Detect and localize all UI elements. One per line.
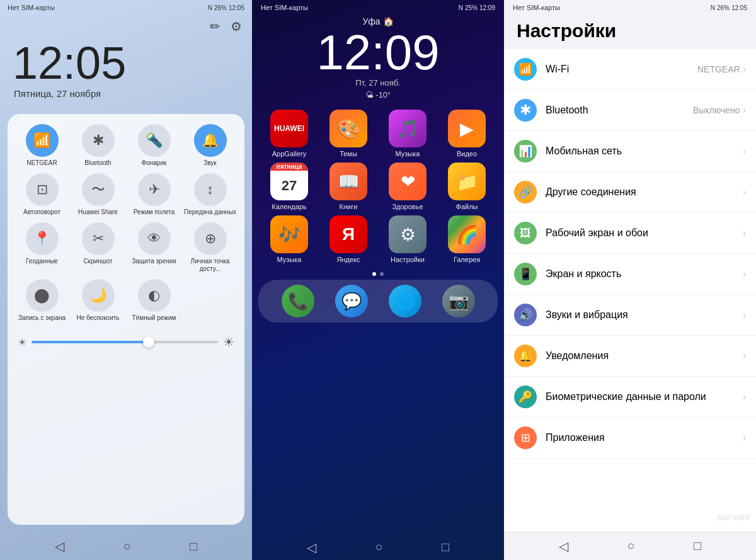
back-button-3[interactable]: ◁ bbox=[559, 539, 568, 554]
dock-messages[interactable]: 💬 bbox=[335, 285, 368, 317]
other-settings-icon: 🔗 bbox=[514, 181, 537, 203]
wifi-settings-value: NETGEAR bbox=[697, 64, 740, 74]
time-status-3: 12:05 bbox=[731, 4, 747, 11]
tile-data[interactable]: ↕ Передача данных bbox=[183, 173, 237, 216]
brightness-high-icon: ☀ bbox=[223, 334, 234, 350]
tile-flashlight[interactable]: 🔦 Фонарик bbox=[127, 124, 181, 167]
settings-item-other[interactable]: 🔗 Другие соединения › bbox=[504, 172, 756, 213]
sound-settings-icon: 🔊 bbox=[514, 304, 537, 326]
app-books[interactable]: 📖 Книги bbox=[321, 163, 375, 210]
home-screen-panel: Нет SIM-карты N 25% 12:09 Уфа 🏠 12:09 Пт… bbox=[252, 0, 504, 560]
settings-item-bluetooth[interactable]: ✱ Bluetooth Выключено › bbox=[504, 90, 756, 131]
tile-geo[interactable]: 📍 Геоданные bbox=[15, 222, 69, 273]
hotspot-tile-icon: ⊕ bbox=[194, 222, 227, 255]
app-files[interactable]: 📁 Файлы bbox=[440, 163, 494, 210]
tile-screenshot[interactable]: ✂ Скриншот bbox=[71, 222, 125, 273]
settings-list: 📶 Wi-Fi NETGEAR › ✱ Bluetooth Выключено … bbox=[504, 49, 756, 532]
settings-item-apps[interactable]: ⊞ Приложения › bbox=[504, 418, 756, 459]
settings-item-bio[interactable]: 🔑 Биометрические данные и пароли › bbox=[504, 377, 756, 418]
settings-item-desktop[interactable]: 🖼 Рабочий экран и обои › bbox=[504, 213, 756, 254]
settings-item-screen[interactable]: 📱 Экран и яркость › bbox=[504, 254, 756, 295]
tile-huawei-share[interactable]: 〜 Huawei Share bbox=[71, 173, 125, 216]
wifi-tile-label: NETGEAR bbox=[26, 159, 57, 167]
app-music[interactable]: 🎵 Музыка bbox=[381, 110, 435, 157]
nav-bar-1: ◁ ○ □ bbox=[0, 532, 252, 560]
nav-bar-3: ◁ ○ □ bbox=[504, 532, 756, 560]
home-button-3[interactable]: ○ bbox=[627, 539, 634, 554]
brightness-slider[interactable] bbox=[32, 341, 218, 343]
recent-button-3[interactable]: □ bbox=[694, 539, 701, 554]
dock-browser[interactable]: 🌐 bbox=[389, 285, 421, 317]
home-button-2[interactable]: ○ bbox=[375, 540, 382, 555]
apps-chevron-icon: › bbox=[743, 432, 746, 443]
video-label: Видео bbox=[457, 150, 477, 157]
other-settings-text: Другие соединения bbox=[546, 186, 743, 198]
settings-item-notif[interactable]: 🔔 Уведомления › bbox=[504, 336, 756, 377]
app-yandex[interactable]: Я Яндекс bbox=[321, 215, 375, 263]
desktop-settings-right: › bbox=[743, 227, 746, 239]
tile-screenrecord[interactable]: ⬤ Запись с экрана bbox=[15, 279, 69, 322]
screen-settings-icon: 📱 bbox=[514, 263, 537, 285]
app-music2[interactable]: 🎶 Музыка bbox=[262, 215, 316, 263]
screen-chevron-icon: › bbox=[743, 268, 746, 280]
bio-settings-right: › bbox=[743, 391, 746, 403]
tile-airplane[interactable]: ✈ Режим полета bbox=[127, 173, 181, 216]
desktop-settings-icon: 🖼 bbox=[514, 222, 537, 244]
dnd-tile-label: Не беспокоить bbox=[76, 314, 119, 322]
dock-camera[interactable]: 📷 bbox=[442, 285, 475, 317]
settings-item-wifi[interactable]: 📶 Wi-Fi NETGEAR › bbox=[504, 49, 756, 90]
tile-bluetooth[interactable]: ✱ Bluetooth bbox=[71, 124, 125, 167]
back-button-1[interactable]: ◁ bbox=[55, 539, 64, 554]
back-button-2[interactable]: ◁ bbox=[307, 540, 316, 555]
tile-rotate[interactable]: ⊡ Автоповорот bbox=[15, 173, 69, 216]
app-themes[interactable]: 🎨 Темы bbox=[321, 110, 375, 157]
appgallery-icon: HUAWEI bbox=[270, 110, 308, 147]
notif-chevron-icon: › bbox=[743, 350, 746, 362]
brightness-thumb[interactable] bbox=[143, 336, 154, 348]
app-video[interactable]: ▶ Видео bbox=[440, 110, 494, 157]
data-tile-icon: ↕ bbox=[194, 173, 227, 206]
dock-phone[interactable]: 📞 bbox=[282, 285, 314, 317]
recent-button-2[interactable]: □ bbox=[442, 540, 449, 555]
screenshot-tile-icon: ✂ bbox=[82, 222, 115, 255]
app-health[interactable]: ❤ Здоровье bbox=[381, 163, 435, 210]
quick-tiles-grid: 📶 NETGEAR ✱ Bluetooth 🔦 Фонарик 🔔 Звук ⊡… bbox=[15, 124, 237, 322]
music-label: Музыка bbox=[396, 150, 420, 157]
settings-item-sound[interactable]: 🔊 Звуки и вибрация › bbox=[504, 295, 756, 336]
music2-label: Музыка bbox=[277, 256, 302, 263]
screen-settings-text: Экран и яркость bbox=[546, 268, 743, 280]
gallery-label: Галерея bbox=[454, 256, 480, 263]
other-settings-label: Другие соединения bbox=[546, 186, 636, 197]
nav-bar-2: ◁ ○ □ bbox=[252, 535, 504, 560]
calendar-icon: пятница 27 bbox=[270, 163, 308, 200]
themes-icon: 🎨 bbox=[329, 110, 367, 147]
dock: 📞 💬 🌐 📷 bbox=[258, 280, 498, 323]
tile-darkmode[interactable]: ◐ Тёмный режим bbox=[127, 279, 181, 322]
desktop-settings-label: Рабочий экран и обои bbox=[546, 227, 648, 238]
app-settings[interactable]: ⚙ Настройки bbox=[381, 215, 435, 263]
tile-hotspot[interactable]: ⊕ Личная точка досту... bbox=[183, 222, 237, 273]
share-tile-icon: 〜 bbox=[82, 173, 115, 206]
tile-wifi[interactable]: 📶 NETGEAR bbox=[15, 124, 69, 167]
wifi-settings-text: Wi-Fi bbox=[546, 64, 697, 75]
airplane-tile-label: Режим полета bbox=[134, 209, 175, 216]
tile-dnd[interactable]: 🌙 Не беспокоить bbox=[71, 279, 125, 322]
notif-settings-label: Уведомления bbox=[546, 350, 609, 361]
recent-button-1[interactable]: □ bbox=[190, 539, 197, 554]
home-button-1[interactable]: ○ bbox=[123, 539, 130, 554]
darkmode-tile-label: Тёмный режим bbox=[132, 314, 176, 322]
bio-settings-icon: 🔑 bbox=[514, 386, 537, 408]
tile-eye[interactable]: 👁 Защита зрения bbox=[127, 222, 181, 273]
app-appgallery[interactable]: HUAWEI AppGallery bbox=[262, 110, 316, 157]
mobile-settings-text: Мобильная сеть bbox=[546, 146, 743, 157]
app-gallery[interactable]: 🌈 Галерея bbox=[440, 215, 494, 263]
apps-settings-icon: ⊞ bbox=[514, 426, 537, 449]
app-calendar[interactable]: пятница 27 Календарь bbox=[262, 163, 316, 210]
edit-icon[interactable]: ✏ bbox=[210, 19, 220, 34]
settings-shortcut-icon[interactable]: ⚙ bbox=[231, 19, 242, 34]
sound-tile-label: Звук bbox=[203, 159, 217, 167]
settings-item-mobile[interactable]: 📊 Мобильная сеть › bbox=[504, 131, 756, 172]
rotate-tile-icon: ⊡ bbox=[26, 173, 59, 206]
notif-settings-text: Уведомления bbox=[546, 350, 743, 362]
tile-sound[interactable]: 🔔 Звук bbox=[183, 124, 237, 167]
